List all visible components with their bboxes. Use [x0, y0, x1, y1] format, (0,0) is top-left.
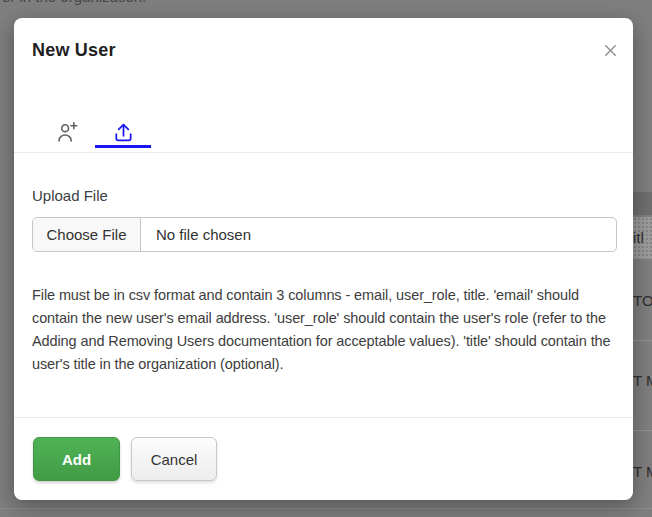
csv-format-description: File must be in csv format and contain 3…: [32, 284, 618, 376]
file-chosen-status: No file chosen: [141, 218, 251, 251]
upload-file-label: Upload File: [32, 187, 108, 204]
tab-add-user[interactable]: [39, 112, 95, 152]
background-row-divider: [633, 430, 652, 431]
background-text-fragment: T M: [633, 463, 652, 480]
close-button[interactable]: [599, 39, 621, 61]
cancel-button[interactable]: Cancel: [131, 437, 217, 481]
choose-file-button[interactable]: Choose File: [33, 218, 141, 251]
close-icon: [601, 41, 620, 60]
background-text-fragment: TO: [633, 292, 652, 309]
person-plus-icon: [56, 121, 79, 144]
background-row-divider: [633, 258, 652, 259]
background-row-divider: [633, 340, 652, 341]
background-table-row-highlighted: itl: [633, 217, 652, 258]
background-text-fragment: itl: [633, 229, 644, 246]
add-button[interactable]: Add: [33, 437, 120, 481]
background-text-fragment: er in the organization.: [2, 0, 146, 5]
background-table-band: [633, 192, 652, 215]
tabs-divider: [14, 152, 633, 153]
background-edge-line: [0, 508, 652, 509]
upload-icon: [112, 121, 135, 144]
new-user-modal: New User Upload File Choos: [14, 18, 633, 500]
active-tab-indicator: [95, 145, 151, 148]
footer-divider: [14, 417, 633, 418]
file-input[interactable]: Choose File No file chosen: [32, 217, 617, 252]
modal-title: New User: [32, 40, 116, 61]
background-text-fragment: T M: [633, 372, 652, 389]
